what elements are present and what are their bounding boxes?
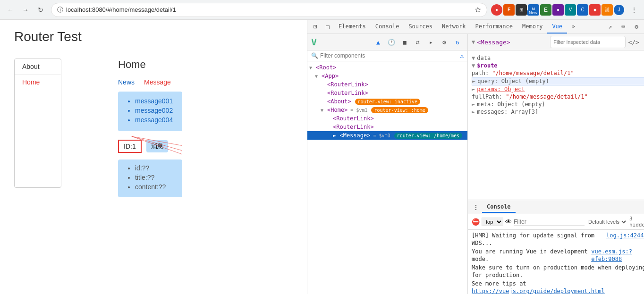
expand-icon-params[interactable]: ► [472, 86, 475, 92]
vue-vuex-btn[interactable]: ■ [398, 36, 411, 48]
deployment-link[interactable]: https://vuejs.org/guide/deployment.html [472, 288, 605, 294]
vue-routing-btn[interactable]: ⇄ [412, 36, 424, 48]
devtools-device-btn[interactable]: ⌨ [617, 21, 629, 33]
tree-arrow [321, 91, 326, 96]
ext-icon-1[interactable]: ● [491, 4, 502, 16]
vue-settings-btn[interactable]: ⚙ [438, 36, 450, 48]
address-bar: ⓘ ☆ [51, 3, 487, 17]
ext-icon-9[interactable]: ■ [589, 4, 601, 16]
console-link[interactable]: vue.esm.js:?efeb:9088 [591, 248, 644, 263]
tree-item-home[interactable]: ▼ <Home> = $vm1 router-view: :home [307, 106, 467, 114]
tree-item-message[interactable]: ► <Message> = $vm0 router-view: /home/me… [307, 131, 467, 140]
vue-refresh-btn[interactable]: ↻ [451, 36, 464, 48]
tree-item-routerlink4[interactable]: <RouterLink> [307, 123, 467, 131]
ext-icon-6[interactable]: ● [552, 4, 564, 16]
home-title: Home [118, 59, 182, 71]
tab-sources[interactable]: Sources [404, 20, 437, 34]
vue-filter-input[interactable] [320, 52, 460, 59]
expand-icon-meta[interactable]: ► [472, 101, 475, 108]
console-level-select[interactable]: Default levels [586, 218, 627, 225]
prop-key-route: $route [477, 62, 497, 69]
expand-icon[interactable]: ▼ [472, 62, 475, 69]
list-item[interactable]: message002 [135, 107, 173, 114]
ext-icon-10[interactable]: 漢 [602, 4, 613, 16]
vue-component-tree-panel: V ▲ 🕐 ■ ⇄ ▸ ⚙ ↻ 🔍 [307, 34, 468, 294]
tree-item-about[interactable]: <About> router-view: inactive [307, 97, 467, 106]
console-filter-input[interactable] [514, 218, 585, 226]
devtools-undock-btn[interactable]: ⊡ [309, 21, 322, 33]
prop-key-meta: meta: Object (empty) [477, 101, 545, 108]
console-toolbar: ⛔ top 👁 Default levels 3 hidden ⚙ [468, 214, 644, 230]
url-input[interactable] [66, 6, 472, 13]
tree-item-routerlink1[interactable]: <RouterLink> [307, 80, 467, 89]
console-tabs: ⋮ Console × [468, 200, 644, 214]
filter-inspected-input[interactable] [550, 36, 626, 48]
tab-performance[interactable]: Performance [471, 20, 517, 34]
props-code-btn[interactable]: </> [627, 36, 640, 48]
tab-vue[interactable]: Vue [547, 20, 567, 34]
nav-buttons: ← → ↻ [4, 3, 47, 17]
console-context-select[interactable]: top [482, 218, 503, 226]
vue-comp-inspector[interactable]: ▲ [372, 36, 384, 48]
prop-key-fullpath: fullPath: "/home/message/detail/1" [472, 93, 588, 100]
new-badge: New [527, 10, 539, 16]
tab-console[interactable]: Console [371, 20, 404, 34]
back-button[interactable]: ← [4, 3, 17, 17]
console-eye-icon[interactable]: 👁 [505, 218, 512, 226]
ext-icon-avatar[interactable]: J [614, 5, 624, 15]
tree-tag: <App> [322, 73, 339, 79]
devtools-settings-btn[interactable]: ⚙ [630, 21, 643, 33]
devtools-dock-btn[interactable]: □ [322, 21, 334, 33]
devtools-inspect-btn[interactable]: ↗ [604, 21, 616, 33]
expand-icon-query[interactable]: ► [472, 78, 475, 84]
tab-memory[interactable]: Memory [517, 20, 547, 34]
ext-icon-7[interactable]: V [565, 4, 576, 16]
tab-elements[interactable]: Elements [334, 20, 371, 34]
list-item[interactable]: message004 [135, 116, 173, 124]
ext-icon-8[interactable]: C [577, 4, 588, 16]
home-badge: router-view: :home [371, 107, 428, 113]
vue-logo: V [311, 36, 317, 48]
ext-icon-2[interactable]: F [503, 4, 515, 16]
tree-tag: <RouterLink> [327, 90, 368, 96]
reload-button[interactable]: ↻ [34, 3, 47, 17]
devtools-more-tabs[interactable]: » [567, 20, 579, 33]
ext-icon-5[interactable]: E [540, 4, 551, 16]
tree-arrow: ▼ [321, 108, 326, 113]
prop-fullpath-row: fullPath: "/home/message/detail/1" [472, 93, 644, 101]
expand-icon-messages[interactable]: ► [472, 109, 475, 115]
tree-item-routerlink2[interactable]: <RouterLink> [307, 89, 467, 97]
expand-icon[interactable]: ▼ [472, 55, 475, 61]
vue-performance-btn[interactable]: ▸ [425, 36, 437, 48]
extension-icons: ● F ⊞ N New E ● V C ■ 漢 J [491, 4, 624, 16]
tree-item-root[interactable]: ▼ <Root> [307, 63, 467, 72]
detail-item-content: content:?? [135, 183, 173, 191]
console-panel: ⋮ Console × ⛔ top 👁 Defa [468, 200, 644, 294]
console-drag-handle[interactable]: ⋮ [470, 203, 482, 211]
filter-settings-icon[interactable]: △ [460, 52, 464, 59]
forward-button[interactable]: → [19, 3, 32, 17]
console-link[interactable]: log.js:4244:23 [606, 232, 644, 247]
id-box: ID:1 [118, 140, 142, 153]
prop-key-path: path: "/home/message/detail/1" [472, 70, 574, 76]
prop-val-path: "/home/message/detail/1" [492, 70, 574, 76]
ext-icon-new[interactable]: N New [528, 4, 539, 16]
about-link[interactable]: About [15, 59, 61, 75]
tab-network[interactable]: Network [437, 20, 471, 34]
news-tab[interactable]: News [118, 78, 135, 86]
console-tab[interactable]: Console [482, 202, 516, 213]
star-icon[interactable]: ☆ [475, 5, 481, 14]
home-link[interactable]: Home [15, 75, 61, 90]
vue-history-btn[interactable]: 🕐 [385, 36, 398, 48]
prop-query-row: ► query: Object (empty) [472, 77, 644, 85]
message-tab[interactable]: Message [144, 78, 171, 86]
menu-button[interactable]: ⋮ [628, 4, 640, 16]
detail-button[interactable]: 消息 [146, 140, 168, 152]
ext-icon-3[interactable]: ⊞ [516, 4, 527, 16]
console-prohibit-icon[interactable]: ⛔ [472, 218, 480, 226]
list-item[interactable]: message001 [135, 97, 173, 105]
tree-item-routerlink3[interactable]: <RouterLink> [307, 114, 467, 123]
tree-item-app[interactable]: ▼ <App> [307, 72, 467, 80]
console-text: You are running Vue in development mode. [472, 248, 591, 263]
props-open-btn[interactable]: ↗ [642, 36, 644, 48]
